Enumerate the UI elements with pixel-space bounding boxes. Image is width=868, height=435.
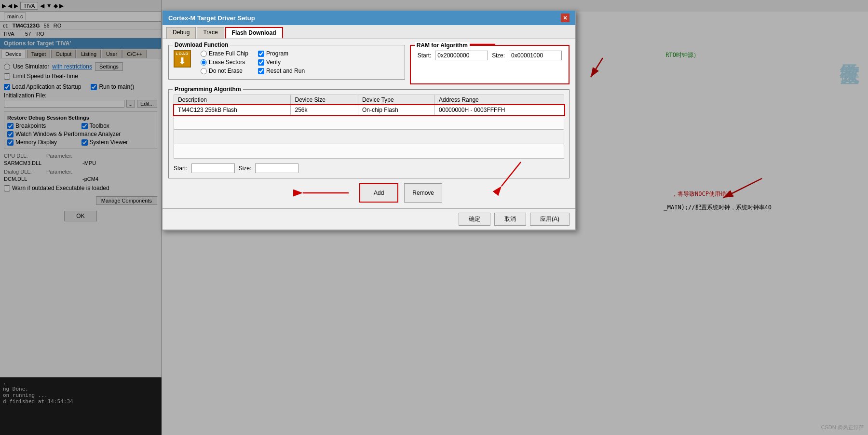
- load-icon: LOAD ⬇: [174, 50, 191, 68]
- program-label: Program: [266, 50, 288, 57]
- tab-trace[interactable]: Trace: [197, 27, 224, 39]
- col-description: Description: [174, 95, 291, 105]
- start-label: Start:: [174, 165, 188, 172]
- program-checkbox[interactable]: [258, 51, 264, 57]
- row-device-size: 256k: [291, 105, 358, 115]
- top-row: Download Function LOAD ⬇ Erase Full Chip: [168, 45, 570, 84]
- col-device-type: Device Type: [358, 95, 434, 105]
- empty-row-1: [174, 115, 564, 130]
- reset-run-option: Reset and Run: [258, 68, 305, 74]
- verify-label: Verify: [266, 59, 281, 66]
- do-not-erase-option: Do not Erase: [201, 68, 248, 74]
- table-row[interactable]: TM4C123 256kB Flash 256k On-chip Flash 0…: [174, 105, 564, 115]
- row-device-type: On-chip Flash: [358, 105, 434, 115]
- load-icon-text: LOAD ⬇: [176, 52, 189, 67]
- program-option: Program: [258, 50, 305, 57]
- algo-table: Description Device Size Device Type Addr…: [174, 95, 564, 159]
- start-size-row: Start: Size:: [174, 163, 564, 173]
- programming-algorithm-section: Programming Algorithm Description Device…: [168, 89, 570, 178]
- empty-row-2: [174, 130, 564, 144]
- remove-button[interactable]: Remove: [404, 183, 442, 203]
- do-not-erase-label: Do not Erase: [209, 68, 243, 74]
- erase-sectors-label: Erase Sectors: [209, 59, 245, 66]
- do-not-erase-radio[interactable]: [201, 68, 207, 74]
- cancel-button[interactable]: 取消: [494, 213, 526, 226]
- empty-row-3: [174, 144, 564, 159]
- confirm-button[interactable]: 确定: [459, 213, 490, 226]
- algo-legend: Programming Algorithm: [173, 86, 243, 93]
- download-function-inner: LOAD ⬇ Erase Full Chip Erase Sectors: [174, 50, 400, 74]
- dialog-tabs: Debug Trace Flash Download: [163, 25, 575, 39]
- size-input[interactable]: [255, 163, 298, 173]
- row-description: TM4C123 256kB Flash: [174, 105, 291, 115]
- csdn-watermark: CSDN @风正浮萍: [821, 424, 864, 431]
- ram-for-algorithm-section: RAM for Algorithm Start: Size:: [410, 45, 570, 84]
- apply-button[interactable]: 应用(A): [530, 213, 570, 226]
- reset-run-label: Reset and Run: [266, 68, 305, 74]
- verify-checkbox[interactable]: [258, 59, 264, 66]
- dialog-close-button[interactable]: ×: [561, 14, 570, 22]
- tab-flash-download[interactable]: Flash Download: [225, 27, 283, 39]
- arrow-add-svg: [296, 183, 353, 203]
- erase-full-chip-radio[interactable]: [201, 51, 207, 57]
- ram-legend: RAM for Algorithm: [415, 42, 470, 49]
- erase-sectors-radio[interactable]: [201, 59, 207, 66]
- ram-size-input[interactable]: [509, 51, 562, 60]
- cortex-m-dialog: Cortex-M Target Driver Setup × Debug Tra…: [162, 10, 576, 231]
- erase-full-chip-option: Erase Full Chip: [201, 50, 248, 57]
- ram-inner: Start: Size:: [418, 51, 562, 60]
- program-options: Program Verify Reset and Run: [258, 50, 305, 74]
- ram-size-label: Size:: [492, 52, 505, 59]
- ram-start-label: Start:: [418, 52, 432, 59]
- size-label: Size:: [239, 165, 252, 172]
- col-address-range: Address Range: [435, 95, 564, 105]
- dialog-footer: 确定 取消 应用(A): [163, 208, 575, 230]
- erase-options: Erase Full Chip Erase Sectors Do not Era…: [201, 50, 248, 74]
- ram-start-input[interactable]: [435, 51, 488, 60]
- verify-option: Verify: [258, 59, 305, 66]
- erase-full-chip-label: Erase Full Chip: [209, 50, 248, 57]
- start-input[interactable]: [191, 163, 235, 173]
- download-function-legend: Download Function: [173, 41, 230, 48]
- col-device-size: Device Size: [291, 95, 358, 105]
- erase-sectors-option: Erase Sectors: [201, 59, 248, 66]
- dialog-titlebar: Cortex-M Target Driver Setup ×: [163, 11, 575, 25]
- reset-run-checkbox[interactable]: [258, 68, 264, 74]
- add-button[interactable]: Add: [359, 183, 398, 203]
- tab-debug[interactable]: Debug: [166, 27, 196, 39]
- dialog-title: Cortex-M Target Driver Setup: [168, 14, 255, 22]
- row-address-range: 00000000H - 0003FFFFH: [435, 105, 564, 115]
- add-remove-row: Add Remove: [168, 183, 570, 203]
- download-function-section: Download Function LOAD ⬇ Erase Full Chip: [168, 45, 405, 80]
- dialog-content: Download Function LOAD ⬇ Erase Full Chip: [163, 39, 575, 208]
